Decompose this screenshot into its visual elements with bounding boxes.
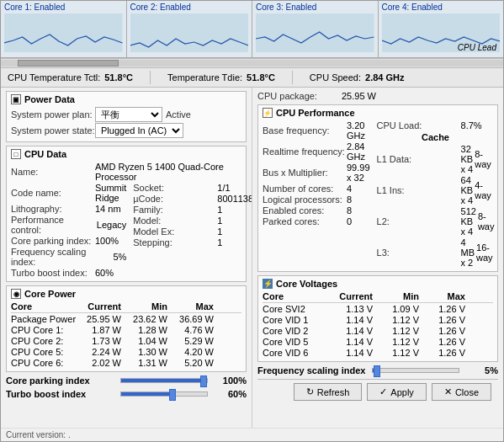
bus-mult-value: 99.99 x 32: [347, 162, 370, 183]
cv-row-4: Core VID 6 1.14 V 1.12 V 1.26 V: [263, 348, 493, 358]
left-panel: ▣ Power Data System power plan: 平衡 Activ…: [1, 88, 252, 428]
apply-button[interactable]: ✓ Apply: [367, 383, 427, 401]
core-parking-thumb[interactable]: [200, 375, 207, 387]
model-ex-label: Model Ex:: [133, 226, 217, 237]
core2-title: Core 2: Enabled: [130, 3, 249, 12]
cpu-speed-value: 2.84 GHz: [365, 72, 404, 83]
freq-scaling-track: [372, 368, 459, 373]
cp-r0-max: 36.69 W: [171, 314, 217, 324]
core-voltages-section: ⚡ Core Voltages Core Current Min Max Cor…: [257, 275, 498, 362]
cpu-lead-label: CPU Lead: [458, 43, 496, 52]
cpu-data-label: CPU Data: [24, 149, 66, 159]
voltages-label: Core Voltages: [276, 279, 337, 289]
cores-row: Core 1: Enabled Core 2: Enabled Core 3: …: [1, 1, 503, 58]
cv-r4-min: 1.12 V: [376, 348, 422, 358]
core1-graph: Core 1: Enabled: [1, 1, 127, 57]
turbo-boost-fill: [121, 392, 172, 396]
turbo-boost-track: [120, 391, 208, 397]
perf-ctrl-value: Legacy: [97, 220, 126, 230]
cpu-package-row: CPU package: 25.95 W: [257, 91, 498, 101]
realtime-freq-value: 2.84 GHz: [347, 141, 370, 162]
core-parking-label: Core parking index:: [11, 236, 95, 246]
power-plan-row: System power plan: 平衡 Active: [11, 107, 241, 122]
enabled-cores-value: 8: [347, 205, 370, 216]
horizontal-scrollbar[interactable]: [1, 58, 503, 68]
refresh-button[interactable]: ↻ Refresh: [294, 383, 363, 401]
cv-r3-current: 1.14 V: [330, 337, 376, 347]
freq-scaling-value: 5%: [113, 252, 126, 262]
active-label: Active: [166, 109, 191, 120]
power-state-row: System power state: Plugged In (AC): [11, 123, 241, 138]
core-parking-slider-row: Core parking index 100%: [6, 375, 247, 386]
cp-r2-core: CPU Core 2:: [11, 336, 78, 346]
bus-mult-row: Bus x Multiplier: 99.99 x 32: [263, 162, 370, 183]
cv-r2-max: 1.26 V: [422, 326, 469, 336]
power-plan-select[interactable]: 平衡: [95, 107, 162, 122]
cp-r4-max: 5.20 W: [171, 358, 217, 368]
turbo-boost-row: Turbo boost index: 60%: [11, 268, 126, 278]
core-parking-pct: 100%: [213, 375, 247, 386]
cv-r4-current: 1.14 V: [330, 348, 376, 358]
stepping-value: 1: [217, 237, 252, 248]
l1ins-row: L1 Ins: 64 KB x 4 4-way: [377, 175, 495, 205]
refresh-icon: ↻: [306, 386, 314, 397]
core4-title: Core 4: Enabled: [382, 3, 501, 12]
close-icon: ✕: [444, 386, 452, 397]
cp-col-min: Min: [125, 301, 171, 312]
cp-col-current: Current: [78, 301, 125, 312]
l1data-label: L1 Data:: [377, 154, 461, 164]
model-ex-row: Model Ex: 1: [133, 226, 252, 237]
cv-r2-current: 1.14 V: [330, 326, 376, 336]
litho-value: 14 nm: [95, 204, 126, 214]
logical-proc-row: Logical processors: 8: [263, 194, 370, 205]
cpu-perf-header: ⚡ CPU Performance: [263, 108, 493, 118]
scrollbar-thumb[interactable]: [18, 60, 119, 67]
cpu-package-value: 25.95 W: [342, 91, 498, 101]
ucode-label: µCode:: [133, 194, 217, 204]
bus-mult-label: Bus x Multiplier:: [263, 168, 347, 178]
close-button[interactable]: ✕ Close: [432, 383, 491, 401]
cv-r3-max: 1.26 V: [422, 337, 469, 347]
l3-way: 16-way: [476, 242, 494, 263]
turbo-boost-thumb[interactable]: [169, 389, 176, 401]
turbo-boost-value: 60%: [95, 268, 126, 278]
divider2: [292, 71, 293, 84]
power-plan-label: System power plan:: [11, 109, 95, 120]
core-power-header: ◉ Core Power: [11, 289, 241, 299]
stepping-row: Stepping: 1: [133, 237, 252, 248]
svg-rect-2: [256, 13, 374, 52]
litho-row: Lithography: 14 nm: [11, 204, 126, 214]
core-parking-track: [120, 378, 208, 383]
cv-r2-core: Core VID 2: [263, 326, 330, 336]
cv-row-0: Core SVI2 1.13 V 1.09 V 1.26 V: [263, 304, 493, 314]
code-name-value: Summit Ridge: [95, 183, 126, 203]
cv-r0-current: 1.13 V: [330, 304, 376, 314]
model-ex-value: 1: [217, 226, 252, 237]
perf-ctrl-row: Performance control: Legacy: [11, 215, 126, 235]
l2-label: L2:: [377, 216, 461, 226]
cp-r1-max: 4.76 W: [171, 325, 217, 335]
power-checkbox-icon[interactable]: ▣: [11, 94, 21, 104]
core-power-table-header: Core Current Min Max: [11, 301, 241, 313]
core2-graph: Core 2: Enabled: [127, 1, 253, 57]
ucode-value: 8001138: [217, 194, 252, 204]
cpu-performance-section: ⚡ CPU Performance Base frequency: 3.20 G…: [257, 104, 498, 272]
temp-tctl-value: 51.8°C: [104, 72, 133, 83]
cv-col-min: Min: [376, 291, 422, 301]
cpu-data-col-left: Code name: Summit Ridge Lithography: 14 …: [11, 183, 126, 279]
logical-proc-label: Logical processors:: [263, 194, 347, 205]
l1data-row: L1 Data: 32 KB x 4 8-way: [377, 144, 495, 174]
cpu-speed-item: CPU Speed: 2.84 GHz: [310, 72, 405, 83]
power-state-select[interactable]: Plugged In (AC): [95, 123, 183, 138]
freq-scaling-thumb[interactable]: [374, 365, 380, 377]
power-state-label: System power state:: [11, 125, 95, 136]
enabled-cores-row: Enabled cores: 8: [263, 205, 370, 216]
realtime-freq-label: Realtime frequency:: [263, 146, 347, 157]
cv-col-core: Core: [263, 291, 330, 301]
core3-title: Core 3: Enabled: [256, 3, 374, 12]
cp-r4-current: 2.02 W: [78, 358, 125, 368]
status-bar: CPU Temperature Tctl: 51.8°C Temperature…: [1, 68, 503, 88]
cp-r4-min: 1.31 W: [125, 358, 171, 368]
core-power-icon: ◉: [11, 289, 21, 299]
core-parking-row: Core parking index: 100%: [11, 236, 126, 246]
